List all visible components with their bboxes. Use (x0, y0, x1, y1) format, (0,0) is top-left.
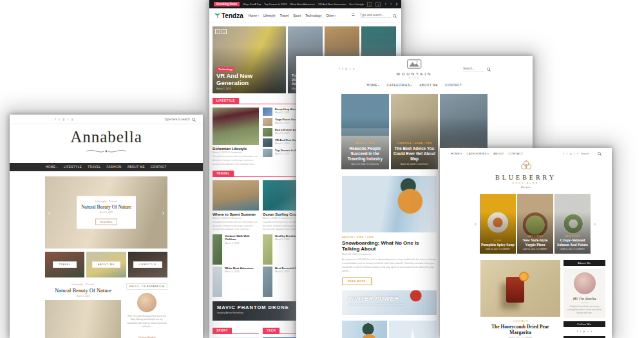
annabella-hero-slider[interactable]: ‹ › Lifestyle, Travel Natural Beauty Of … (45, 176, 167, 249)
ticker-prev-button[interactable]: ‹ (367, 2, 372, 7)
instagram-icon[interactable]: i (574, 152, 574, 155)
post-title[interactable]: Natural Beauty Of Nature (45, 287, 121, 294)
instagram-icon[interactable]: i (350, 68, 350, 71)
post-thumbnail[interactable] (263, 138, 272, 147)
instagram-icon[interactable]: i (68, 118, 68, 121)
twitter-icon[interactable]: t (59, 118, 59, 121)
facebook-icon[interactable]: f (55, 118, 55, 121)
list-item[interactable]: Outdoor Walk With ChildrenMarch 1, 2023 (213, 234, 259, 265)
search-input[interactable] (581, 152, 595, 155)
post-category[interactable]: ADVICE / TIPS / LIFE (342, 236, 437, 239)
slider-prev-button[interactable]: ‹ (48, 209, 50, 216)
facebook-icon[interactable]: f (385, 3, 386, 6)
pinterest-icon[interactable]: p (583, 330, 585, 333)
post-title[interactable]: Crispy-Skinned Salmon And Potato (556, 238, 589, 247)
pinterest-icon[interactable]: p (570, 152, 571, 155)
post-category[interactable]: SOUPS (481, 239, 515, 242)
search-input[interactable] (360, 14, 391, 18)
instagram-icon[interactable]: i (587, 330, 588, 333)
ticker-item[interactable]: Top Drones In 2023 (264, 3, 287, 6)
post-thumbnail[interactable] (263, 128, 272, 136)
post-thumbnail[interactable] (213, 234, 222, 265)
hero-slide-vr[interactable]: ‹ › Technology VR And New Generation Mar… (213, 26, 286, 93)
twitter-icon[interactable]: t (580, 330, 581, 333)
slider-next-button[interactable]: › (162, 209, 164, 216)
search-icon[interactable] (487, 68, 490, 71)
winter-ad-banner[interactable]: WINTER POWER Feel the adrenaline of wint… (342, 290, 437, 315)
nav-item-travel[interactable]: TRAVEL (88, 165, 100, 169)
ticker-item[interactable]: VR And New Generation (318, 3, 346, 6)
post-category[interactable]: MAIN DISHES (518, 235, 552, 238)
post-title[interactable]: Reasons People Succeed in the Traveling … (343, 146, 387, 162)
nav-item-categories[interactable]: CATEGORIES▾ (387, 84, 413, 87)
twitter-icon[interactable]: t (391, 3, 392, 6)
ticker-item[interactable]: Eco Lifestyle (350, 3, 365, 6)
post-title[interactable]: VR And New Generation (216, 73, 283, 86)
facebook-icon[interactable]: f (339, 68, 339, 71)
post-thumbnail[interactable] (213, 267, 222, 297)
gallery-image[interactable] (389, 321, 437, 338)
nav-item-about[interactable]: ABOUT ME (128, 165, 145, 169)
nav-item-fashion[interactable]: FASHION (106, 165, 121, 169)
ticker-next-button[interactable]: › (375, 2, 381, 7)
nav-item-other[interactable]: Other▾ (326, 14, 336, 17)
post-category[interactable]: ADVICE / TIPS (343, 142, 387, 145)
nav-item-categories[interactable]: CATEGORIES▾ (467, 152, 489, 155)
list-item[interactable]: White Boat AdventureMarch 1, 2023 (213, 267, 259, 297)
nav-item-sport[interactable]: Sport (293, 14, 301, 17)
slider-prev-button[interactable]: ‹ (475, 221, 477, 227)
section-tag[interactable]: Sport (213, 328, 232, 333)
post-title[interactable]: Bohemian Lifestyle (213, 147, 259, 151)
slider-next-button[interactable]: › (594, 221, 596, 227)
nav-item-lifestyle[interactable]: Lifestyle (263, 14, 275, 17)
post-image[interactable] (213, 108, 259, 145)
read-more-button[interactable]: READ MORE (342, 277, 372, 285)
search-icon[interactable] (192, 118, 195, 121)
post-thumbnail[interactable] (263, 108, 272, 116)
vimeo-icon[interactable]: v (353, 68, 354, 71)
post-category[interactable]: LIFESTYLE / GUIDE / TIPS (393, 142, 437, 145)
hero-post-card[interactable]: ADVICE / TIPS Reasons People Succeed in … (341, 94, 389, 169)
post-thumbnail[interactable] (263, 149, 272, 157)
post-image[interactable] (342, 176, 437, 232)
post-title[interactable]: Natural Beauty Of Nature (79, 204, 133, 210)
post-category[interactable]: Lifestyle, Travel (45, 283, 121, 286)
post-category[interactable]: MAIN DISHES (556, 235, 589, 238)
nav-item-home[interactable]: HOME▾ (367, 84, 380, 87)
post-thumbnail[interactable] (263, 118, 272, 126)
post-title[interactable]: The Best Advice You Could Ever Get About… (393, 146, 437, 162)
twitter-icon[interactable]: t (342, 68, 343, 71)
post-title[interactable]: Snowboarding: What No One is Talking Abo… (342, 240, 437, 252)
post-thumbnail[interactable] (263, 234, 272, 265)
recipe-card[interactable]: MAIN DISHES Crispy-Skinned Salmon And Po… (554, 194, 591, 254)
facebook-icon[interactable]: f (577, 330, 578, 333)
slider-next-button[interactable]: › (222, 29, 227, 34)
post-title[interactable]: The Honeycomb Dried Pear Margarita (480, 324, 560, 335)
category-card[interactable]: ABOUT ME (86, 252, 126, 277)
post-thumbnail[interactable] (263, 267, 272, 297)
vimeo-icon[interactable]: v (577, 152, 578, 155)
nav-item-travel[interactable]: Travel (279, 14, 289, 17)
recipe-card[interactable]: MAIN DISHES New York-Style Veggie Pizza … (517, 194, 553, 254)
section-tag[interactable]: Tech (263, 328, 279, 333)
nav-item-contact[interactable]: CONTACT (509, 152, 524, 155)
annabella-logo[interactable]: Annabella (10, 124, 203, 160)
post-title[interactable]: Pumpkin Spicy Soup (481, 243, 515, 247)
section-tag[interactable]: Travel (213, 171, 234, 176)
tendza-logo[interactable]: Tendza (214, 12, 243, 19)
post-title[interactable]: Where to Spent Summer (213, 212, 259, 216)
nav-item-about[interactable]: ABOUT ME (419, 84, 438, 87)
post-image[interactable] (480, 260, 560, 317)
recipe-card[interactable]: SOUPS Pumpkin Spicy Soup JUNE 16, 2021 /… (480, 194, 516, 254)
category-card[interactable]: TRAVEL (45, 252, 84, 277)
ticker-item[interactable]: Ways For A Trip (243, 3, 261, 6)
nav-item-lifestyle[interactable]: LIFESTYLE (64, 165, 82, 169)
blueberry-logo[interactable]: BLUEBERRY FOOD BLOG Recipes (440, 158, 612, 192)
youtube-icon[interactable]: y (71, 118, 73, 121)
post-category[interactable]: COCKTAILS (480, 320, 560, 323)
facebook-icon[interactable]: f (564, 152, 564, 155)
nav-item-contact[interactable]: CONTACT (151, 165, 167, 169)
post-image[interactable] (213, 180, 259, 211)
search-icon[interactable] (598, 152, 601, 155)
behance-icon[interactable]: b (346, 68, 348, 71)
